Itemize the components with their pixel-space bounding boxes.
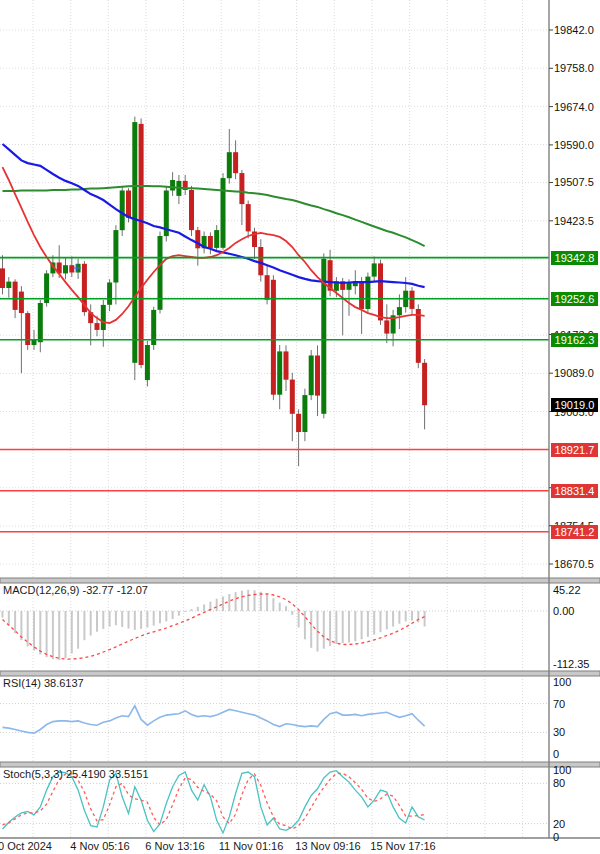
current-price-badge: 19019.0 [551,398,598,412]
resistance-level-badge: 19162.3 [551,333,598,347]
price-axis-tick-label: 19674.0 [554,101,594,113]
support-level-badge: 18741.2 [551,525,598,539]
macd-axis-label: -112.35 [553,658,590,670]
rsi-axis-label: 70 [553,698,565,710]
stoch-axis-label: 20 [553,818,565,830]
resistance-level-badge: 19342.8 [551,251,598,265]
time-axis-label: 13 Nov 09:16 [295,840,360,852]
price-axis-tick-label: 19590.0 [554,139,594,151]
price-axis-tick-label: 19507.5 [554,176,594,188]
support-level-badge: 18831.4 [551,484,598,498]
time-axis-label: 0 Oct 2024 [0,840,52,852]
macd-axis-label: 45.22 [553,584,581,596]
rsi-axis-label: 0 [553,748,559,760]
price-axis-tick-label: 18670.5 [554,558,594,570]
support-level-badge: 18921.7 [551,443,598,457]
trading-chart-window[interactable]: MACD(12,26,9) -32.77 -12.07 RSI(14) 38.6… [0,0,600,854]
time-axis-label: 15 Nov 17:16 [370,840,435,852]
time-axis-label: 6 Nov 13:16 [145,840,204,852]
stoch-indicator-label: Stoch(5,3,3) 25.4190 33.5151 [3,768,149,780]
stoch-axis-label: 80 [553,777,565,789]
chart-canvas[interactable] [0,0,600,854]
resistance-level-badge: 19252.6 [551,292,598,306]
rsi-axis-label: 30 [553,726,565,738]
price-axis-tick-label: 19842.0 [554,24,594,36]
macd-axis-label: 0.00 [553,605,574,617]
price-axis-tick-label: 19758.0 [554,62,594,74]
macd-indicator-label: MACD(12,26,9) -32.77 -12.07 [3,584,148,596]
stoch-axis-label: 100 [553,764,571,776]
rsi-indicator-label: RSI(14) 38.6137 [3,677,84,689]
price-axis-tick-label: 19089.0 [554,367,594,379]
price-axis-tick-label: 19423.5 [554,215,594,227]
stoch-axis-label: 0 [553,831,559,843]
time-axis-label: 11 Nov 01:16 [219,840,284,852]
time-axis-label: 4 Nov 05:16 [70,840,129,852]
rsi-axis-label: 100 [553,676,571,688]
